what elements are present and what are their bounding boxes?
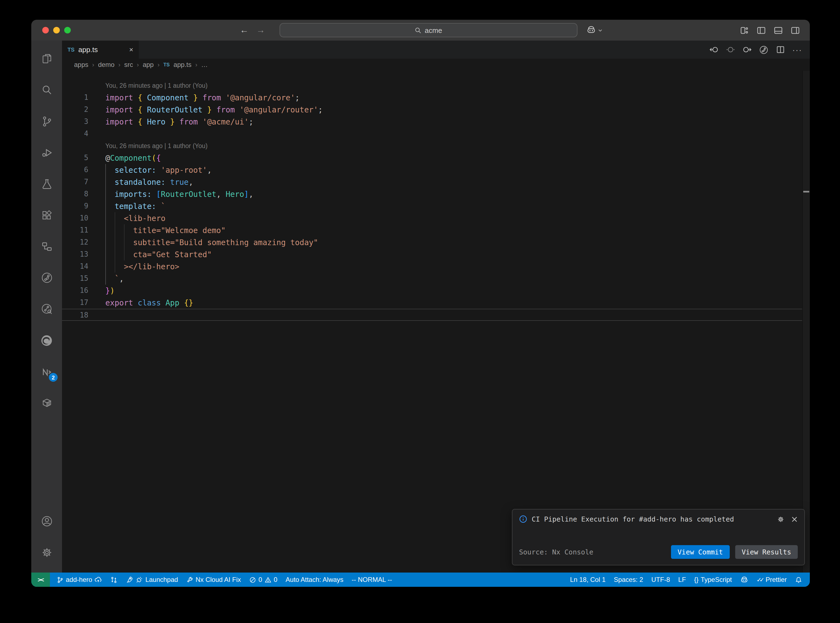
line-number: 3	[62, 116, 88, 128]
code-line[interactable]: 7 standalone: true,	[62, 176, 810, 188]
titlebar: ← → acme	[31, 20, 810, 41]
code-line[interactable]: 1import { Component } from '@angular/cor…	[62, 92, 810, 104]
double-check-icon: ✓✓	[757, 576, 762, 583]
notification-close-icon[interactable]	[791, 516, 798, 522]
workbench: 2 TS app.ts ×	[31, 41, 810, 572]
code-line[interactable]: 15 `,	[62, 273, 810, 285]
sidebar-item-account[interactable]	[31, 506, 62, 537]
sidebar-item-project-graph[interactable]	[31, 231, 62, 262]
branch-status-item[interactable]: add-hero	[57, 576, 102, 583]
close-window-button[interactable]	[42, 27, 49, 34]
auto-attach-status-item[interactable]: Auto Attach: Always	[286, 576, 344, 583]
git-branch-icon	[40, 115, 53, 128]
command-center-search[interactable]: acme	[279, 23, 577, 37]
previous-change-icon[interactable]	[709, 45, 719, 54]
auto-attach-label: Auto Attach: Always	[286, 576, 344, 583]
current-change-icon[interactable]	[726, 45, 735, 54]
sidebar-item-containers[interactable]	[31, 387, 62, 419]
breadcrumb-separator: ›	[157, 61, 160, 68]
sidebar-item-extensions[interactable]	[31, 199, 62, 231]
code-line[interactable]: 10 <lib-hero	[62, 212, 810, 224]
customize-layout-icon[interactable]	[740, 26, 749, 35]
language-status-item[interactable]: {} TypeScript	[694, 576, 732, 583]
toggle-secondary-sidebar-icon[interactable]	[791, 26, 800, 35]
sidebar-item-source-control[interactable]	[31, 106, 62, 137]
encoding-label: UTF-8	[651, 576, 670, 583]
code-line[interactable]: 13 cta="Get Started"	[62, 249, 810, 261]
line-content: export class App {}	[88, 297, 193, 309]
eol-status-item[interactable]: LF	[678, 576, 686, 583]
breadcrumb-item[interactable]: demo	[98, 61, 114, 69]
code-line[interactable]: 16})	[62, 285, 810, 297]
git-branch-icon	[57, 576, 64, 583]
code-line[interactable]: 6 selector: 'app-root',	[62, 164, 810, 176]
code-line[interactable]: 11 title="Welcmoe demo"	[62, 224, 810, 236]
code-editor[interactable]: You, 26 minutes ago | 1 author (You)1imp…	[62, 71, 810, 572]
sidebar-item-commit-search[interactable]	[31, 293, 62, 325]
launchpad-status-item[interactable]: Launchpad	[126, 576, 178, 583]
code-line[interactable]: 18	[62, 309, 810, 321]
code-line[interactable]: 9 template: `	[62, 200, 810, 212]
breadcrumb-item[interactable]: apps	[74, 61, 88, 69]
minimize-window-button[interactable]	[53, 27, 60, 34]
toggle-panel-icon[interactable]	[774, 26, 783, 35]
line-number: 5	[62, 152, 88, 164]
git-compare-status-item[interactable]	[110, 576, 117, 583]
copilot-status-item[interactable]	[740, 575, 748, 584]
problems-status-item[interactable]: 0 0	[249, 576, 277, 583]
sidebar-item-run-debug[interactable]	[31, 137, 62, 168]
notification-settings-icon[interactable]	[777, 515, 785, 523]
close-tab-icon[interactable]: ×	[129, 46, 133, 54]
breadcrumb-item[interactable]: app.ts	[174, 61, 192, 69]
code-line[interactable]: 3import { Hero } from '@acme/ui';	[62, 116, 810, 128]
view-results-button[interactable]: View Results	[735, 545, 798, 559]
navigate-forward-button[interactable]: →	[255, 25, 266, 35]
vim-mode-status-item[interactable]: -- NORMAL --	[352, 576, 392, 583]
notification-footer: Source: Nx Console View Commit View Resu…	[519, 545, 798, 559]
line-number: 2	[62, 104, 88, 116]
code-line[interactable]: 17export class App {}	[62, 297, 810, 309]
breadcrumb-item[interactable]: …	[201, 61, 208, 69]
sidebar-item-settings[interactable]	[31, 537, 62, 568]
breadcrumb-item[interactable]: src	[124, 61, 133, 69]
sidebar-item-edge-browser[interactable]	[31, 325, 62, 356]
code-line[interactable]: 8 imports: [RouterOutlet, Hero],	[62, 188, 810, 200]
more-actions-icon[interactable]: ···	[792, 45, 802, 54]
sidebar-item-commit-graph[interactable]	[31, 262, 62, 293]
copilot-menu[interactable]	[586, 25, 602, 35]
sidebar-item-explorer[interactable]	[31, 43, 62, 75]
code-line[interactable]: 14 ></lib-hero>	[62, 261, 810, 273]
sidebar-item-search[interactable]	[31, 75, 62, 106]
toggle-primary-sidebar-icon[interactable]	[757, 26, 766, 35]
zoom-window-button[interactable]	[64, 27, 71, 34]
line-number: 8	[62, 188, 88, 200]
code-line[interactable]: 5@Component({	[62, 152, 810, 164]
formatter-status-item[interactable]: ✓✓ Prettier	[757, 576, 787, 583]
notifications-status-item[interactable]	[795, 576, 802, 583]
code-line[interactable]: 4	[62, 128, 810, 140]
code-line[interactable]: 12 subtitle="Build something amazing tod…	[62, 236, 810, 249]
code-line[interactable]: 2import { RouterOutlet } from '@angular/…	[62, 104, 810, 116]
info-icon	[519, 515, 527, 523]
line-number: 12	[62, 236, 88, 249]
indentation-status-item[interactable]: Spaces: 2	[614, 576, 643, 583]
overview-ruler[interactable]	[802, 71, 810, 572]
blame-annotation[interactable]: You, 26 minutes ago | 1 author (You)	[62, 80, 810, 92]
navigate-back-button[interactable]: ←	[239, 25, 250, 35]
sidebar-item-nx-console[interactable]: 2	[31, 356, 62, 387]
nx-cloud-fix-status-item[interactable]: Nx Cloud AI Fix	[186, 576, 241, 583]
encoding-status-item[interactable]: UTF-8	[651, 576, 670, 583]
tab-app-ts[interactable]: TS app.ts ×	[62, 41, 139, 59]
commit-search-icon	[40, 303, 53, 315]
breadcrumb[interactable]: apps›demo›src›app›TSapp.ts›…	[62, 59, 810, 71]
commit-graph-toolbar-icon[interactable]	[759, 45, 769, 55]
cursor-position-status-item[interactable]: Ln 18, Col 1	[570, 576, 605, 583]
search-icon	[414, 27, 421, 34]
remote-indicator[interactable]: ><	[31, 572, 50, 587]
split-editor-icon[interactable]	[776, 45, 785, 54]
view-commit-button[interactable]: View Commit	[671, 545, 730, 559]
breadcrumb-item[interactable]: app	[143, 61, 154, 69]
sidebar-item-testing[interactable]	[31, 168, 62, 199]
next-change-icon[interactable]	[742, 45, 752, 54]
blame-annotation[interactable]: You, 26 minutes ago | 1 author (You)	[62, 140, 810, 152]
